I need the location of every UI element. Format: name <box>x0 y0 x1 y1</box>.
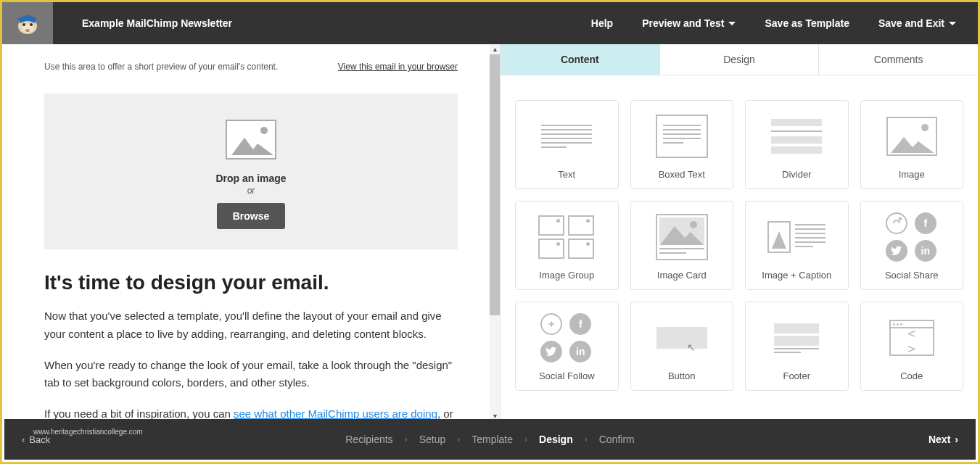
save-exit-dropdown[interactable]: Save and Exit <box>878 17 956 29</box>
email-paragraph-2[interactable]: When you're ready to change the look of … <box>44 357 458 393</box>
bottom-bar: ‹ Back www.heritagechristiancollege.com … <box>4 419 976 460</box>
tab-comments[interactable]: Comments <box>819 44 978 75</box>
block-image[interactable]: Image <box>860 100 964 189</box>
tab-design[interactable]: Design <box>660 44 820 75</box>
email-preview-panel: ▴ ▾ Use this area to offer a short previ… <box>2 44 500 421</box>
p3-text-b: , or <box>437 407 453 420</box>
block-text[interactable]: Text <box>515 100 619 189</box>
divider-icon <box>771 111 822 162</box>
drop-or-label: or <box>59 186 443 196</box>
preview-hint-text[interactable]: Use this area to offer a short preview o… <box>44 62 278 72</box>
svg-marker-9 <box>660 226 704 245</box>
block-label: Footer <box>783 370 810 381</box>
preview-test-label: Preview and Test <box>642 17 724 29</box>
scroll-up-arrow[interactable]: ▴ <box>491 46 498 53</box>
save-template-button[interactable]: Save as Template <box>765 17 849 29</box>
blocks-panel: Content Design Comments Text Boxed Text <box>500 44 978 421</box>
block-divider[interactable]: Divider <box>745 100 849 189</box>
block-button[interactable]: ↖ Button <box>630 302 734 391</box>
svg-point-4 <box>30 23 33 26</box>
chevron-right-icon: › <box>405 434 408 444</box>
image-icon <box>886 111 937 162</box>
block-label: Image + Caption <box>762 270 831 281</box>
block-label: Divider <box>782 169 811 180</box>
block-label: Code <box>900 370 923 381</box>
topbar-actions: Help Preview and Test Save as Template S… <box>591 17 978 29</box>
step-setup[interactable]: Setup <box>419 434 446 445</box>
block-boxed-text[interactable]: Boxed Text <box>630 100 734 189</box>
image-caption-icon <box>767 212 825 262</box>
image-card-icon <box>656 212 708 262</box>
save-exit-label: Save and Exit <box>878 17 944 29</box>
footer-block-icon <box>774 312 819 363</box>
step-confirm[interactable]: Confirm <box>599 434 635 445</box>
see-others-link[interactable]: see what other MailChimp users are doing <box>234 407 437 420</box>
block-image-group[interactable]: Image Group <box>515 201 619 290</box>
campaign-title: Example MailChimp Newsletter <box>82 17 232 29</box>
block-label: Button <box>668 370 696 381</box>
p3-text-a: If you need a bit of inspiration, you ca… <box>44 407 234 420</box>
svg-point-5 <box>25 29 30 32</box>
content-blocks-grid: Text Boxed Text Divider Image <box>501 75 978 405</box>
svg-point-3 <box>22 23 25 26</box>
svg-marker-10 <box>772 231 786 249</box>
tab-content[interactable]: Content <box>501 44 660 75</box>
chevron-down-icon <box>728 22 736 25</box>
block-label: Boxed Text <box>659 169 705 180</box>
svg-marker-7 <box>891 137 934 153</box>
step-recipients[interactable]: Recipients <box>345 434 392 445</box>
chevron-right-icon: › <box>955 434 958 445</box>
block-label: Image Card <box>657 270 707 281</box>
browse-button[interactable]: Browse <box>217 203 286 229</box>
block-label: Social Follow <box>539 370 595 381</box>
scrollbar-thumb[interactable] <box>490 54 500 315</box>
email-heading[interactable]: It's time to design your email. <box>44 271 458 294</box>
social-share-icon: f in <box>886 212 938 262</box>
text-block-icon <box>541 111 592 162</box>
panel-tabs: Content Design Comments <box>501 44 978 75</box>
button-block-icon: ↖ <box>656 312 707 363</box>
mailchimp-logo[interactable] <box>2 2 53 44</box>
social-follow-icon: + f in <box>540 312 593 363</box>
block-image-card[interactable]: Image Card <box>630 201 734 290</box>
block-code[interactable]: < > Code <box>860 302 964 391</box>
chevron-down-icon <box>949 22 956 25</box>
next-button[interactable]: Next › <box>928 434 958 445</box>
image-group-icon <box>538 212 595 262</box>
image-placeholder-icon <box>226 120 276 160</box>
svg-marker-6 <box>231 138 273 155</box>
chevron-right-icon: › <box>585 434 588 444</box>
wizard-steps: Recipients › Setup › Template › Design ›… <box>345 434 634 445</box>
main-area: ▴ ▾ Use this area to offer a short previ… <box>2 44 978 421</box>
drop-image-label: Drop an image <box>59 173 443 184</box>
freddie-icon <box>13 9 42 38</box>
svg-point-8 <box>690 221 697 228</box>
email-paragraph-1[interactable]: Now that you've selected a template, you… <box>44 307 458 344</box>
preheader-row: Use this area to offer a short preview o… <box>44 62 458 72</box>
step-template[interactable]: Template <box>472 434 513 445</box>
scrollbar[interactable]: ▴ ▾ <box>490 44 500 421</box>
boxed-text-icon <box>656 111 708 162</box>
overlay-url: www.heritagechristiancollege.com <box>33 428 143 436</box>
code-block-icon: < > <box>889 312 934 363</box>
block-label: Social Share <box>885 270 939 281</box>
preview-test-dropdown[interactable]: Preview and Test <box>642 17 736 29</box>
block-footer[interactable]: Footer <box>745 302 849 391</box>
block-label: Text <box>558 169 575 180</box>
block-label: Image Group <box>539 270 594 281</box>
block-label: Image <box>899 169 925 180</box>
view-in-browser-link[interactable]: View this email in your browser <box>338 62 458 72</box>
chevron-right-icon: › <box>457 434 460 444</box>
next-label: Next <box>928 434 950 445</box>
image-dropzone[interactable]: Drop an image or Browse <box>44 94 458 249</box>
step-design[interactable]: Design <box>539 434 573 445</box>
top-bar: Example MailChimp Newsletter Help Previe… <box>2 2 978 44</box>
block-social-share[interactable]: f in Social Share <box>860 201 964 290</box>
block-image-caption[interactable]: Image + Caption <box>745 201 849 290</box>
email-body: Use this area to offer a short preview o… <box>2 44 500 421</box>
help-link[interactable]: Help <box>591 17 613 29</box>
chevron-left-icon: ‹ <box>22 434 25 445</box>
block-social-follow[interactable]: + f in Social Follow <box>515 302 619 391</box>
cursor-icon: ↖ <box>687 341 696 353</box>
chevron-right-icon: › <box>524 434 527 444</box>
